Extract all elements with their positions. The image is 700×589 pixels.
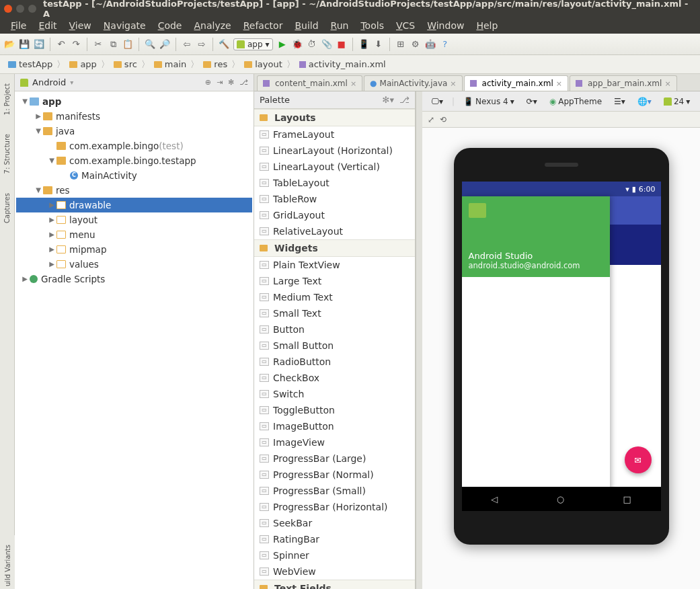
editor-tab[interactable]: app_bar_main.xml×	[570, 75, 677, 91]
project-view-label[interactable]: Android	[32, 77, 66, 87]
zoom-fit-icon[interactable]: ⤢	[428, 115, 434, 124]
debug-icon[interactable]: 🐞	[292, 39, 303, 50]
paste-icon[interactable]: 📋	[122, 39, 133, 50]
editor-tab[interactable]: ●MainActivity.java×	[364, 75, 462, 91]
editor-tab[interactable]: content_main.xml×	[257, 75, 362, 91]
layout-variant-icon[interactable]: ☰▾	[611, 95, 629, 108]
rail-project[interactable]: 1: Project	[3, 81, 11, 118]
palette-item[interactable]: ▭ToggleButton	[254, 402, 415, 418]
breadcrumb-item[interactable]: activity_main.xml	[295, 59, 390, 69]
avd-icon[interactable]: 📱	[358, 39, 369, 50]
palette-item[interactable]: ▭Spinner	[254, 547, 415, 563]
palette-item[interactable]: ▭ProgressBar (Normal)	[254, 467, 415, 483]
window-maximize-button[interactable]	[28, 5, 36, 13]
collapse-icon[interactable]: ⇥	[217, 78, 223, 87]
palette-item[interactable]: ▭Medium Text	[254, 289, 415, 305]
menu-view[interactable]: View	[64, 19, 97, 32]
android-mascot-icon[interactable]: 🤖	[425, 39, 436, 50]
copy-icon[interactable]: ⧉	[108, 39, 118, 50]
menu-file[interactable]: File	[5, 19, 32, 32]
tree-node[interactable]: ▼java	[16, 124, 252, 139]
menu-analyze[interactable]: Analyze	[188, 19, 236, 32]
attach-icon[interactable]: 📎	[321, 39, 332, 50]
palette-item[interactable]: ▭FrameLayout	[254, 126, 415, 143]
stop-icon[interactable]: ■	[336, 39, 347, 50]
window-close-button[interactable]	[4, 5, 12, 13]
back-icon[interactable]: ⇦	[182, 39, 192, 50]
forward-icon[interactable]: ⇨	[196, 39, 207, 50]
hide-icon[interactable]: ⎇	[239, 78, 248, 87]
close-tab-icon[interactable]: ×	[350, 79, 356, 88]
menu-build[interactable]: Build	[289, 19, 323, 32]
sync-icon[interactable]: 🔄	[34, 39, 44, 50]
palette-item[interactable]: ▭Switch	[254, 386, 415, 402]
menu-vcs[interactable]: VCS	[391, 19, 420, 32]
palette-item[interactable]: ▭RadioButton	[254, 354, 415, 370]
editor-tab[interactable]: activity_main.xml×	[464, 75, 568, 91]
palette-item[interactable]: ▭SeekBar	[254, 515, 415, 531]
orientation-icon[interactable]: ⟳▾	[523, 95, 541, 108]
chevron-down-icon[interactable]: ▾	[70, 79, 73, 86]
build-variants-tab[interactable]: uild Variants	[4, 542, 11, 589]
palette-item[interactable]: ▭Small Text	[254, 305, 415, 321]
palette-item[interactable]: ▭LinearLayout (Vertical)	[254, 159, 415, 175]
api-selector[interactable]: 24▾	[660, 95, 693, 108]
scroll-target-icon[interactable]: ⊕	[205, 78, 211, 87]
run-icon[interactable]: ▶	[277, 39, 288, 50]
device-screen[interactable]: ▾ ▮ 6:00 testApp	[462, 182, 661, 511]
tree-node[interactable]: ▶menu	[16, 227, 252, 242]
menu-help[interactable]: Help	[471, 19, 503, 32]
palette-item[interactable]: ▭TableRow	[254, 191, 415, 207]
tree-node[interactable]: ▶manifests	[16, 109, 252, 124]
palette-item[interactable]: ▭Small Button	[254, 338, 415, 354]
close-tab-icon[interactable]: ×	[450, 79, 456, 88]
tree-node[interactable]: ▶values	[16, 257, 252, 272]
tree-node[interactable]: ▼res	[16, 183, 252, 198]
palette-item[interactable]: ▭RelativeLayout	[254, 223, 415, 239]
structure-icon[interactable]: ⊞	[395, 39, 406, 50]
tree-node[interactable]: ▼com.example.bingo.testapp	[16, 153, 252, 168]
tree-node[interactable]: ▶drawable	[16, 198, 252, 212]
menu-refactor[interactable]: Refactor	[238, 19, 288, 32]
menu-tools[interactable]: Tools	[355, 19, 389, 32]
tree-node[interactable]: ▶mipmap	[16, 242, 252, 257]
palette-hide-icon[interactable]: ⎇	[399, 95, 410, 105]
tree-node[interactable]: ▶layout	[16, 212, 252, 227]
close-tab-icon[interactable]: ×	[664, 79, 670, 88]
build-icon[interactable]: 🔨	[219, 39, 229, 50]
menu-edit[interactable]: Edit	[33, 19, 62, 32]
palette-item[interactable]: ▭ImageView	[254, 434, 415, 450]
breadcrumb-item[interactable]: layout	[240, 59, 286, 69]
undo-icon[interactable]: ↶	[56, 39, 67, 50]
tree-node[interactable]: CMainActivity	[16, 168, 252, 183]
breadcrumb-item[interactable]: main	[150, 59, 190, 69]
close-tab-icon[interactable]: ×	[556, 79, 562, 88]
profile-icon[interactable]: ⏱	[307, 39, 317, 50]
canvas-view-icon[interactable]: 🖵▾	[428, 95, 446, 108]
palette-list[interactable]: Layouts▭FrameLayout▭LinearLayout (Horizo…	[254, 109, 415, 589]
find-icon[interactable]: 🔍	[145, 39, 155, 50]
refresh-icon[interactable]: ⟲	[440, 115, 446, 124]
redo-icon[interactable]: ↷	[71, 39, 81, 50]
preview-area[interactable]: ▾ ▮ 6:00 testApp	[422, 128, 700, 589]
device-selector[interactable]: 📱 Nexus 4▾	[460, 95, 518, 108]
project-tree[interactable]: ▼app▶manifests▼javacom.example.bingo (te…	[15, 91, 254, 589]
rail-structure[interactable]: 7: Structure	[3, 131, 11, 176]
tree-node[interactable]: ▶Gradle Scripts	[16, 272, 252, 286]
menu-navigate[interactable]: Navigate	[98, 19, 151, 32]
breadcrumb-item[interactable]: testApp	[4, 59, 56, 69]
palette-item[interactable]: ▭WebView	[254, 563, 415, 580]
palette-scrollbar[interactable]	[416, 91, 422, 589]
palette-group-header[interactable]: Widgets	[254, 239, 415, 257]
replace-icon[interactable]: 🔎	[159, 39, 170, 50]
palette-item[interactable]: ▭Large Text	[254, 273, 415, 289]
open-icon[interactable]: 📂	[4, 39, 15, 50]
palette-gear-icon[interactable]: ✻▾	[383, 95, 394, 105]
palette-item[interactable]: ▭ProgressBar (Small)	[254, 483, 415, 499]
menu-code[interactable]: Code	[153, 19, 188, 32]
palette-item[interactable]: ▭ImageButton	[254, 418, 415, 434]
palette-group-header[interactable]: Text Fields	[254, 580, 415, 589]
breadcrumb-item[interactable]: app	[65, 59, 100, 69]
breadcrumb-item[interactable]: src	[110, 59, 141, 69]
palette-item[interactable]: ▭ProgressBar (Large)	[254, 450, 415, 467]
